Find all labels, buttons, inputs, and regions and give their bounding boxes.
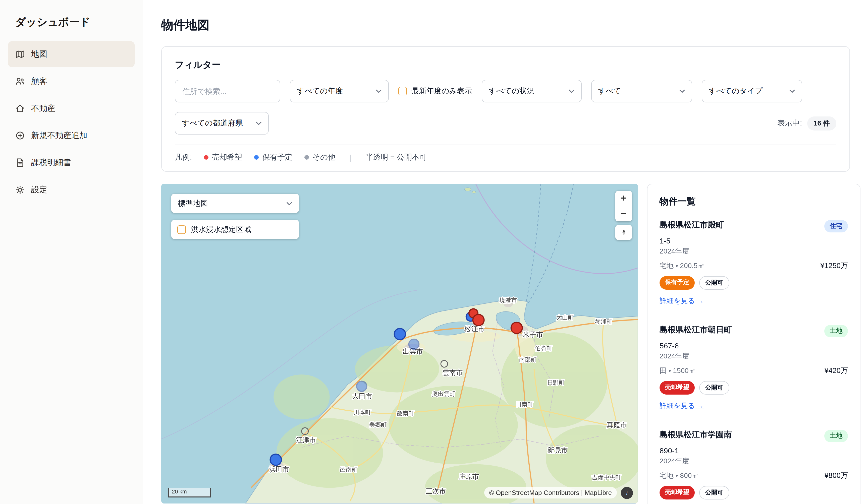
map-city-label: 新見市 <box>548 447 568 454</box>
status-select[interactable]: すべての状況 <box>482 80 581 102</box>
map-city-label: 琴浦町 <box>595 318 612 325</box>
attribution-info-button[interactable]: i <box>621 487 633 499</box>
map-city-label: 日南町 <box>516 401 533 408</box>
property-name: 島根県松江市朝日町 <box>660 325 732 335</box>
map-city-label: 奥出雲町 <box>432 390 456 397</box>
sidebar-item-label: 新規不動産追加 <box>31 130 87 141</box>
sidebar-item-add-property[interactable]: 新規不動産追加 <box>8 123 135 149</box>
publish-select[interactable]: すべて <box>591 80 692 102</box>
map-container[interactable]: 松江市境港市米子市出雲市雲南市大田市江津市浜田市三次市庄原市新見市真庭市大山町琴… <box>161 184 638 504</box>
property-marker-red[interactable] <box>511 322 523 334</box>
sidebar-item-customers[interactable]: 顧客 <box>8 68 135 94</box>
property-name: 島根県松江市殿町 <box>660 220 724 230</box>
map-city-label: 美郷町 <box>369 421 387 428</box>
property-land-info: 田 • 1500㎡ <box>660 366 696 375</box>
publish-badge: 公開可 <box>699 276 730 290</box>
year-select[interactable]: すべての年度 <box>290 80 389 102</box>
map-city-label: 日野町 <box>547 379 565 386</box>
property-year: 2024年度 <box>660 352 848 361</box>
chevron-down-icon <box>376 90 382 93</box>
flood-zone-label: 洪水浸水想定区域 <box>191 225 251 234</box>
legend-note: 半透明 = 公開不可 <box>366 153 427 162</box>
address-search-input[interactable] <box>175 80 280 102</box>
latest-year-checkbox[interactable]: 最新年度のみ表示 <box>398 86 472 96</box>
app-title: ダッシュボード <box>8 13 135 41</box>
property-land-info: 宅地 • 200.5㎡ <box>660 261 704 270</box>
users-icon <box>15 76 25 86</box>
prefecture-select-value: すべての都道府県 <box>182 118 243 128</box>
chevron-down-icon <box>256 122 262 125</box>
property-marker-other[interactable] <box>441 360 447 367</box>
filter-panel: フィルター すべての年度 最新年度のみ表示 すべての状況 すべて <box>161 46 850 172</box>
latest-year-checkbox-label: 最新年度のみ表示 <box>411 86 472 96</box>
map-city-label: 雲南市 <box>443 369 463 377</box>
view-details-link[interactable]: 詳細を見る → <box>660 402 704 411</box>
sidebar-item-label: 課税明細書 <box>31 157 71 168</box>
property-price: ¥800万 <box>824 471 848 480</box>
property-marker-red[interactable] <box>473 315 484 326</box>
flood-zone-checkbox[interactable]: 洪水浸水想定区域 <box>171 220 299 239</box>
blue-dot-icon <box>254 155 259 160</box>
filter-row-2: すべての都道府県 表示中: 16 件 <box>175 112 836 135</box>
showing-label: 表示中: <box>777 118 802 128</box>
map-city-label: 邑南町 <box>340 466 358 473</box>
app-root: ダッシュボード 地図 顧客 不動産 新規不動産追加 課税明細書 <box>0 0 868 504</box>
property-marker-blue[interactable] <box>356 381 367 391</box>
property-type-badge: 土地 <box>824 325 848 337</box>
main-content: 物件地図 フィルター すべての年度 最新年度のみ表示 すべての状況 す <box>143 0 868 504</box>
map-city-label: 江津市 <box>296 436 316 444</box>
property-marker-blue[interactable] <box>270 454 281 465</box>
status-badge: 売却希望 <box>660 381 695 395</box>
panel-title: 物件一覧 <box>660 195 848 207</box>
property-year: 2024年度 <box>660 457 848 466</box>
property-name: 島根県松江市学園南 <box>660 430 732 440</box>
property-marker-blue[interactable] <box>394 328 406 340</box>
checkbox-box[interactable] <box>177 225 186 234</box>
property-marker-blue[interactable] <box>409 339 419 349</box>
property-land-info: 宅地 • 800㎡ <box>660 471 699 480</box>
property-address: 567-8 <box>660 342 848 350</box>
map-city-label: 川本町 <box>353 409 371 416</box>
map-city-label: 松江市 <box>464 325 485 333</box>
sidebar-item-settings[interactable]: 設定 <box>8 177 135 203</box>
island <box>464 188 471 191</box>
status-badge: 保有予定 <box>660 276 695 290</box>
map-city-label: 浜田市 <box>269 465 289 473</box>
checkbox-box[interactable] <box>398 87 407 95</box>
page-title: 物件地図 <box>161 17 850 33</box>
map-icon <box>15 49 25 59</box>
year-select-value: すべての年度 <box>297 86 343 96</box>
compass-button[interactable] <box>615 225 632 240</box>
prefecture-select[interactable]: すべての都道府県 <box>175 112 269 135</box>
type-select[interactable]: すべてのタイプ <box>702 80 802 102</box>
map-city-label: 境港市 <box>499 297 517 303</box>
map-city-label: 伯耆町 <box>535 345 552 351</box>
status-badge: 売却希望 <box>660 486 695 500</box>
view-details-link[interactable]: 詳細を見る → <box>660 297 704 306</box>
zoom-out-button[interactable]: − <box>615 206 632 221</box>
compass-needle-icon <box>620 228 628 237</box>
property-price: ¥1250万 <box>820 261 848 271</box>
type-select-value: すべてのタイプ <box>709 86 763 96</box>
property-price: ¥420万 <box>824 366 848 376</box>
map-style-select-value: 標準地図 <box>178 199 208 208</box>
property-address: 1-5 <box>660 237 848 245</box>
sidebar: ダッシュボード 地図 顧客 不動産 新規不動産追加 課税明細書 <box>0 0 143 504</box>
property-marker-other[interactable] <box>302 428 308 434</box>
sidebar-item-label: 顧客 <box>31 76 47 87</box>
map-city-label: 大田市 <box>352 392 372 400</box>
map-city-label: 庄原市 <box>459 473 479 480</box>
map-city-label: 南部町 <box>519 356 537 363</box>
sidebar-item-tax-statement[interactable]: 課税明細書 <box>8 150 135 176</box>
publish-select-value: すべて <box>598 86 621 96</box>
sidebar-item-label: 不動産 <box>31 103 55 114</box>
zoom-in-button[interactable]: + <box>615 191 632 206</box>
sidebar-item-label: 地図 <box>31 49 47 60</box>
red-dot-icon <box>204 155 208 160</box>
sidebar-item-label: 設定 <box>31 185 47 195</box>
sidebar-item-properties[interactable]: 不動産 <box>8 95 135 122</box>
sidebar-item-map[interactable]: 地図 <box>8 41 135 67</box>
map-style-select[interactable]: 標準地図 <box>171 194 299 213</box>
map-scale: 20 km <box>168 488 211 497</box>
home-icon <box>15 103 25 114</box>
